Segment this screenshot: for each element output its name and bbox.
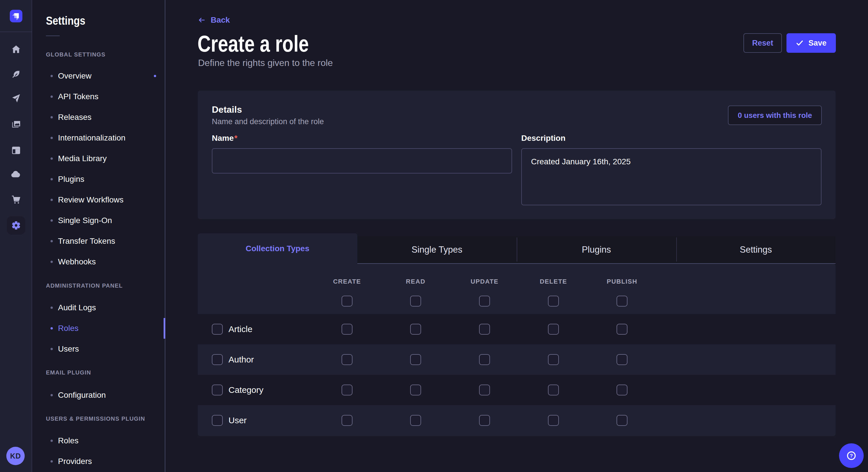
- svg-text:?: ?: [850, 453, 853, 459]
